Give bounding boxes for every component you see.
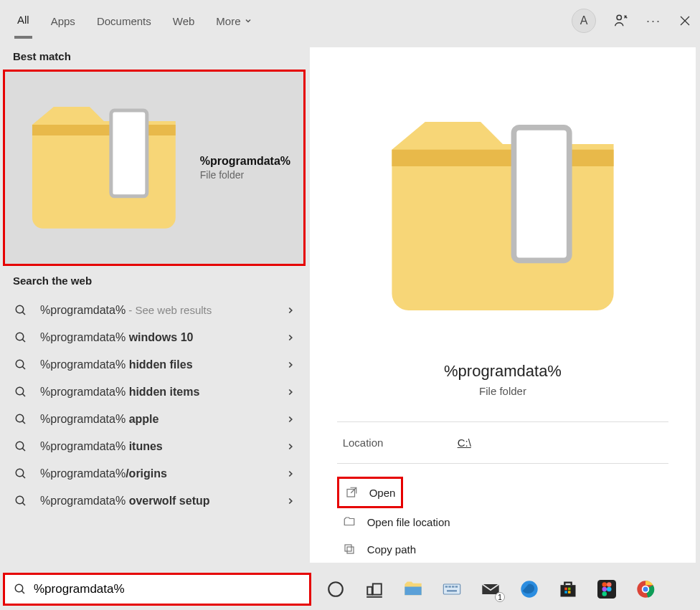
svg-point-26 [328,582,343,596]
preview-actions: Open Open file location Copy path [337,463,669,563]
task-view-icon[interactable] [363,578,386,601]
svg-point-0 [617,15,621,19]
svg-line-7 [22,339,25,342]
svg-line-13 [22,421,25,424]
main-area: Best match %programdata% File folder Sea… [0,42,700,568]
web-result-text: %programdata% itunes [40,440,285,453]
svg-point-43 [602,582,607,587]
microsoft-store-icon[interactable] [557,578,580,601]
search-icon [14,440,27,453]
chevron-right-icon [285,496,295,506]
action-copy-path-label: Copy path [367,543,416,556]
svg-point-46 [607,587,612,592]
search-web-label: Search the web [0,266,308,294]
folder-icon [310,83,696,349]
more-options-icon[interactable]: ··· [646,14,661,29]
open-icon [345,486,358,499]
feedback-icon[interactable] [613,13,629,29]
svg-line-9 [22,366,25,369]
preview-title: %programdata% [444,362,562,381]
svg-point-45 [602,587,607,592]
best-match-text: %programdata% File folder [200,155,290,181]
svg-point-18 [16,496,24,504]
chevron-right-icon [285,414,295,424]
web-result-text: %programdata% apple [40,413,285,426]
header-actions: A ··· [572,9,691,33]
search-icon [14,495,27,507]
svg-point-24 [15,584,23,592]
web-result-item[interactable]: %programdata% itunes [0,433,308,460]
web-result-item[interactable]: %programdata% hidden items [0,378,308,406]
chevron-right-icon [285,442,295,452]
chevron-right-icon [285,305,295,315]
web-result-item[interactable]: %programdata% hidden files [0,351,308,378]
tab-all[interactable]: All [14,4,32,39]
chevron-right-icon [285,360,295,370]
svg-line-11 [22,394,25,396]
best-match-result[interactable]: %programdata% File folder [3,70,306,266]
best-match-subtitle: File folder [200,169,290,181]
web-result-text: %programdata% - See web results [40,304,285,317]
search-box[interactable] [3,573,311,606]
action-open-location[interactable]: Open file location [337,508,669,535]
action-copy-path[interactable]: Copy path [337,535,669,563]
tab-apps[interactable]: Apps [48,5,78,37]
search-icon [14,583,27,596]
svg-line-15 [22,448,25,451]
on-screen-keyboard-icon[interactable] [440,578,463,601]
svg-line-19 [22,502,25,505]
svg-point-10 [16,387,24,395]
web-results-list: %programdata% - See web results%programd… [0,294,308,518]
best-match-label: Best match [0,42,308,70]
location-row: Location C:\ [337,421,669,463]
web-result-text: %programdata% hidden items [40,386,285,399]
chrome-icon[interactable] [634,578,657,601]
chevron-right-icon [285,333,295,343]
close-icon[interactable] [678,14,691,27]
search-icon [14,386,27,399]
web-result-item[interactable]: %programdata% windows 10 [0,324,308,351]
web-result-item[interactable]: %programdata% apple [0,406,308,433]
location-value[interactable]: C:\ [458,437,471,449]
action-open-location-label: Open file location [367,516,450,528]
search-input[interactable] [34,582,306,596]
cortana-icon[interactable] [324,578,347,601]
svg-rect-31 [445,586,448,587]
svg-line-25 [22,591,24,594]
mail-icon[interactable]: 1 [479,578,502,601]
web-result-item[interactable]: %programdata% overwolf setup [0,487,308,515]
web-result-item[interactable]: %programdata%/origins [0,460,308,487]
folder-icon [18,82,190,254]
search-icon [14,304,27,317]
svg-rect-39 [568,588,571,591]
web-result-item[interactable]: %programdata% - See web results [0,297,308,324]
figma-icon[interactable] [595,578,618,601]
tab-web[interactable]: Web [170,5,198,37]
svg-rect-38 [564,588,567,591]
preview-subtitle: File folder [479,385,526,397]
user-avatar[interactable]: A [572,9,596,33]
svg-point-6 [16,333,24,340]
action-open-label: Open [369,487,396,499]
taskbar: 1 [311,578,700,601]
svg-rect-20 [514,128,569,260]
results-pane: Best match %programdata% File folder Sea… [0,42,308,568]
web-result-text: %programdata%/origins [40,467,285,480]
svg-point-47 [602,591,607,596]
svg-rect-41 [568,591,571,594]
tab-more[interactable]: More [213,5,255,37]
svg-point-12 [16,414,24,422]
best-match-title: %programdata% [200,155,290,168]
web-result-text: %programdata% windows 10 [40,331,285,344]
copy-icon [343,543,356,556]
chevron-right-icon [285,469,295,479]
tab-documents[interactable]: Documents [94,5,154,37]
action-open[interactable]: Open [339,479,402,506]
svg-point-44 [607,582,612,587]
chevron-right-icon [285,387,295,397]
file-explorer-icon[interactable] [402,578,425,601]
svg-point-8 [16,360,24,368]
chevron-down-icon [244,16,252,25]
svg-point-14 [16,442,24,449]
edge-icon[interactable] [518,578,541,601]
